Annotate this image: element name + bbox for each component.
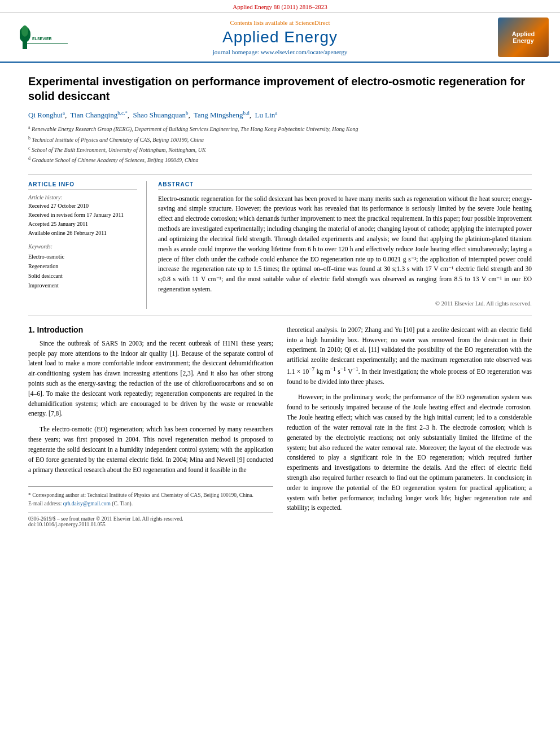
journal-logo-right: AppliedEnergy: [481, 18, 549, 57]
publisher-logo-area: ELSEVIER: [11, 22, 79, 53]
email-link[interactable]: qrh.daisy@gmail.com: [63, 501, 111, 506]
intro-para-2: The electro-osmotic (EO) regeneration; w…: [28, 425, 273, 475]
keyword-3: Solid desiccant: [28, 271, 137, 281]
svg-rect-4: [23, 43, 68, 44]
doi-area: 0306-2619/$ – see front matter © 2011 El…: [28, 512, 273, 527]
copyright-text: © 2011 Elsevier Ltd. All rights reserved…: [158, 300, 532, 307]
author-5: Lu Lin: [255, 111, 275, 119]
main-content: Experimental investigation on performanc…: [0, 63, 560, 544]
logo-text: AppliedEnergy: [512, 30, 535, 44]
affiliation-3: c School of The Built Environment, Unive…: [28, 145, 532, 154]
intro-right-para-1: theoretical analysis. In 2007; Zhang and…: [287, 325, 532, 387]
author-2-sup: b,c,*: [117, 110, 128, 116]
author-1: Qi Ronghui: [28, 111, 63, 119]
body-section: 1. Introduction Since the outbreak of SA…: [28, 325, 532, 527]
online-date: Available online 26 February 2011: [28, 229, 137, 238]
author-4: Tang Mingsheng: [194, 111, 243, 119]
homepage-prefix: journal homepage:: [213, 49, 261, 55]
keyword-1: Electro-osmotic: [28, 252, 137, 261]
affiliation-1: a Renewable Energy Research Group (RERG)…: [28, 124, 532, 133]
accepted-date: Accepted 25 January 2011: [28, 220, 137, 229]
applied-energy-logo: AppliedEnergy: [498, 18, 549, 57]
body-col-right: theoretical analysis. In 2007; Zhang and…: [287, 325, 532, 527]
body-columns: 1. Introduction Since the outbreak of SA…: [28, 325, 532, 527]
affiliation-2: b Technical Institute of Physics and Che…: [28, 135, 532, 144]
affiliations: a Renewable Energy Research Group (RERG)…: [28, 124, 532, 164]
email-person: (C. Tian).: [111, 501, 133, 506]
sciencedirect-prefix: Contents lists available at: [230, 19, 295, 26]
issn-text: 0306-2619/$ – see front matter © 2011 El…: [28, 516, 273, 522]
journal-citation: Applied Energy 88 (2011) 2816–2823: [0, 0, 560, 13]
citation-text: Applied Energy 88 (2011) 2816–2823: [233, 3, 327, 10]
journal-header: ELSEVIER Contents lists available at Sci…: [0, 13, 560, 63]
sciencedirect-text: Contents lists available at ScienceDirec…: [79, 19, 481, 26]
abstract-text: Electro-osmotic regeneration for the sol…: [158, 194, 532, 295]
footnote-area: * Corresponding author at: Technical Ins…: [28, 486, 273, 508]
author-4-sup: b,d: [243, 110, 250, 116]
intro-right-para-2: However; in the preliminary work; the pe…: [287, 392, 532, 513]
svg-text:ELSEVIER: ELSEVIER: [32, 37, 52, 41]
author-3: Shao Shuangquan: [133, 111, 186, 119]
section-number: 1.: [28, 325, 35, 334]
body-col-left: 1. Introduction Since the outbreak of SA…: [28, 325, 273, 527]
author-2: Tian Changqing: [71, 111, 118, 119]
footnote-corresponding: * Corresponding author at: Technical Ins…: [28, 491, 273, 499]
keyword-2: Regeneration: [28, 261, 137, 271]
affiliation-4: d Graduate School of Chinese Academy of …: [28, 155, 532, 164]
keywords-label: Keywords:: [28, 243, 137, 250]
section-title-text: Introduction: [37, 325, 84, 334]
journal-homepage: journal homepage: www.elsevier.com/locat…: [79, 49, 481, 55]
abstract-column: Abstract Electro-osmotic regeneration fo…: [158, 181, 532, 309]
intro-heading: 1. Introduction: [28, 325, 273, 334]
paper-title: Experimental investigation on performanc…: [28, 74, 532, 103]
doi-text: doi:10.1016/j.apenergy.2011.01.055: [28, 522, 273, 527]
author-5-sup: a: [275, 110, 277, 116]
article-dates: Received 27 October 2010 Received in rev…: [28, 202, 137, 238]
intro-para-1: Since the outbreak of SARS in 2003; and …: [28, 339, 273, 420]
svg-point-2: [21, 25, 28, 37]
keyword-4: Improvement: [28, 281, 137, 290]
authors-line: Qi Ronghuia, Tian Changqingb,c,*, Shao S…: [28, 110, 532, 120]
article-info-abstract-section: Article Info Article history: Received 2…: [28, 174, 532, 316]
journal-title: Applied Energy: [79, 28, 481, 46]
article-info-heading: Article Info: [28, 181, 137, 190]
homepage-link[interactable]: www.elsevier.com/locate/apenergy: [261, 49, 348, 55]
article-info-column: Article Info Article history: Received 2…: [28, 181, 147, 309]
journal-info-center: Contents lists available at ScienceDirec…: [79, 19, 481, 55]
footnote-email: E-mail address: qrh.daisy@gmail.com (C. …: [28, 500, 273, 508]
received-date: Received 27 October 2010: [28, 202, 137, 211]
email-label: E-mail address:: [28, 501, 63, 506]
sciencedirect-link[interactable]: ScienceDirect: [295, 19, 330, 26]
history-label: Article history:: [28, 194, 137, 200]
revised-date: Received in revised form 17 January 2011: [28, 211, 137, 220]
elsevier-logo: ELSEVIER: [20, 22, 71, 53]
author-3-sup: b: [186, 110, 189, 116]
abstract-heading: Abstract: [158, 181, 532, 190]
author-1-sup: a: [63, 110, 65, 116]
